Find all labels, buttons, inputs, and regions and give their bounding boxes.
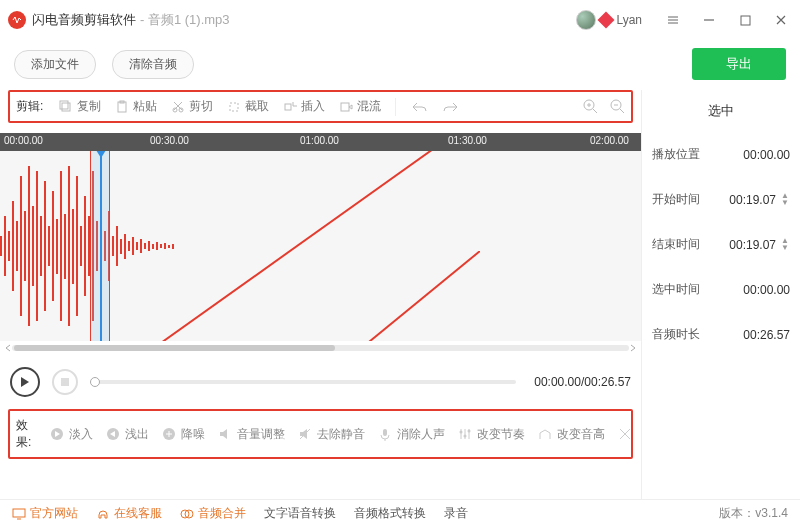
svg-rect-0 — [741, 16, 750, 25]
zoom-in-button[interactable] — [583, 99, 598, 114]
svg-rect-8 — [285, 104, 291, 110]
action-row: 添加文件 清除音频 导出 — [0, 40, 800, 90]
remove-silence-button[interactable]: 去除静音 — [297, 426, 365, 443]
end-time-row: 结束时间 00:19.07 ▲▼ — [652, 236, 790, 253]
play-button[interactable] — [10, 367, 40, 397]
headset-icon — [96, 507, 110, 521]
sel-duration-row: 选中时间 00:00.00 — [652, 281, 790, 298]
fade-in-button[interactable]: 淡入 — [49, 426, 93, 443]
record-link[interactable]: 录音 — [444, 505, 468, 522]
start-time-down[interactable]: ▼ — [780, 200, 790, 207]
edit-toolbar-label: 剪辑: — [16, 98, 43, 115]
time-ruler[interactable]: 00:00.00 00:30.00 01:00.00 01:30.00 02:0… — [0, 133, 641, 151]
paste-label: 粘贴 — [133, 98, 157, 115]
annotation-arrow — [310, 251, 480, 341]
ruler-tick: 00:00.00 — [4, 135, 43, 146]
volume-button[interactable]: 音量调整 — [217, 426, 285, 443]
file-title: - 音频1 (1).mp3 — [140, 11, 230, 29]
maximize-button[interactable] — [734, 9, 756, 31]
playback-controls: 00:00.00/00:26.57 — [0, 355, 641, 409]
horizontal-scrollbar[interactable] — [0, 341, 641, 355]
online-service-link[interactable]: 在线客服 — [96, 505, 162, 522]
fade-out-button[interactable]: 浅出 — [105, 426, 149, 443]
copy-label: 复制 — [77, 98, 101, 115]
playback-time: 00:00.00/00:26.57 — [534, 375, 631, 389]
svg-line-13 — [314, 251, 480, 341]
playhead[interactable] — [100, 151, 102, 341]
fade-in-icon — [49, 426, 65, 442]
audio-duration-row: 音频时长 00:26.57 — [652, 326, 790, 343]
annotation-arrow — [130, 151, 470, 341]
remove-silence-icon — [297, 426, 313, 442]
waveform — [0, 151, 176, 341]
svg-point-20 — [460, 431, 463, 434]
svg-rect-7 — [230, 103, 238, 111]
app-title: 闪电音频剪辑软件 — [32, 11, 136, 29]
svg-line-12 — [130, 151, 450, 341]
progress-knob[interactable] — [90, 377, 100, 387]
pitch-icon — [537, 426, 553, 442]
clear-audio-button[interactable]: 清除音频 — [112, 50, 194, 79]
cut-label: 剪切 — [189, 98, 213, 115]
remove-voice-icon — [377, 426, 393, 442]
close-button[interactable] — [770, 9, 792, 31]
svg-point-21 — [464, 435, 467, 438]
mix-button[interactable]: 混流 — [335, 96, 385, 117]
svg-point-22 — [468, 430, 471, 433]
change-speed-button[interactable]: 改变速率 — [617, 426, 633, 443]
audio-merge-link[interactable]: 音频合并 — [180, 505, 246, 522]
crop-label: 截取 — [245, 98, 269, 115]
copy-button[interactable]: 复制 — [55, 96, 105, 117]
official-site-link[interactable]: 官方网站 — [12, 505, 78, 522]
version: 版本：v3.1.4 — [719, 505, 788, 522]
selection-panel: 选中 播放位置 00:00.00 开始时间 00:19.07 ▲▼ 结束时间 0… — [642, 90, 800, 499]
progress-slider[interactable] — [90, 380, 516, 384]
scrollbar-thumb[interactable] — [14, 345, 335, 351]
end-time-value[interactable]: 00:19.07 — [729, 238, 776, 252]
add-file-button[interactable]: 添加文件 — [14, 50, 96, 79]
denoise-icon — [161, 426, 177, 442]
svg-rect-9 — [341, 103, 349, 111]
start-time-value[interactable]: 00:19.07 — [729, 193, 776, 207]
zoom-out-button[interactable] — [610, 99, 625, 114]
stop-button[interactable] — [52, 369, 78, 395]
insert-button[interactable]: 插入 — [279, 96, 329, 117]
format-convert-link[interactable]: 音频格式转换 — [354, 505, 426, 522]
username[interactable]: Lyan — [616, 13, 642, 27]
denoise-button[interactable]: 降噪 — [161, 426, 205, 443]
insert-label: 插入 — [301, 98, 325, 115]
undo-button[interactable] — [412, 100, 428, 114]
svg-rect-14 — [61, 378, 69, 386]
waveform-area[interactable] — [0, 151, 641, 341]
remove-voice-button[interactable]: 消除人声 — [377, 426, 445, 443]
minimize-button[interactable] — [698, 9, 720, 31]
scroll-right-icon[interactable] — [629, 344, 637, 352]
redo-button[interactable] — [442, 100, 458, 114]
scroll-left-icon[interactable] — [4, 344, 12, 352]
merge-icon — [180, 507, 194, 521]
mix-label: 混流 — [357, 98, 381, 115]
app-logo — [8, 11, 26, 29]
end-time-down[interactable]: ▼ — [780, 245, 790, 252]
ruler-tick: 02:00.00 — [590, 135, 629, 146]
effects-label: 效果: — [16, 417, 31, 451]
change-pitch-button[interactable]: 改变音高 — [537, 426, 605, 443]
export-button[interactable]: 导出 — [692, 48, 786, 80]
footer: 官方网站 在线客服 音频合并 文字语音转换 音频格式转换 录音 版本：v3.1.… — [0, 499, 800, 525]
play-position-value: 00:00.00 — [743, 148, 790, 162]
paste-button[interactable]: 粘贴 — [111, 96, 161, 117]
selection-panel-title: 选中 — [652, 102, 790, 120]
change-tempo-button[interactable]: 改变节奏 — [457, 426, 525, 443]
cut-button[interactable]: 剪切 — [167, 96, 217, 117]
vip-gem-icon — [598, 12, 615, 29]
svg-rect-19 — [383, 429, 387, 436]
avatar[interactable] — [576, 10, 596, 30]
tts-link[interactable]: 文字语音转换 — [264, 505, 336, 522]
sel-duration-value: 00:00.00 — [743, 283, 790, 297]
file-name: 音频1 (1).mp3 — [148, 12, 230, 27]
fade-out-icon — [105, 426, 121, 442]
volume-icon — [217, 426, 233, 442]
play-position-row: 播放位置 00:00.00 — [652, 146, 790, 163]
menu-button[interactable] — [662, 9, 684, 31]
crop-button[interactable]: 截取 — [223, 96, 273, 117]
